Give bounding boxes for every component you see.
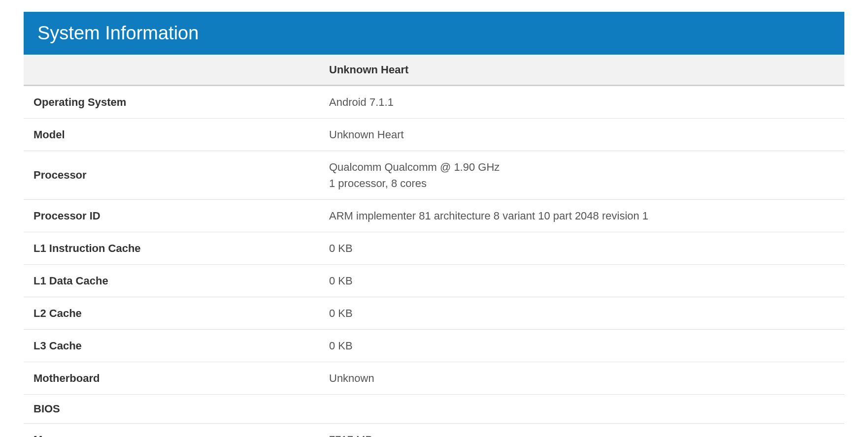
device-name-spacer <box>33 62 329 78</box>
panel-header: System Information <box>24 12 844 55</box>
row-label: L1 Data Cache <box>33 275 329 287</box>
row-value: 7717 MB <box>329 432 372 437</box>
row-value: Android 7.1.1 <box>329 94 394 110</box>
row-value: 0 KB <box>329 338 353 354</box>
table-row: Motherboard Unknown <box>24 362 844 395</box>
table-row: Memory 7717 MB <box>24 424 844 437</box>
row-value: ARM implementer 81 architecture 8 varian… <box>329 208 648 224</box>
device-name-value: Unknown Heart <box>329 62 408 78</box>
table-row: Processor Qualcomm Qualcomm @ 1.90 GHz 1… <box>24 151 844 200</box>
row-value: Unknown Heart <box>329 126 404 143</box>
row-value: 0 KB <box>329 273 353 289</box>
table-row: Processor ID ARM implementer 81 architec… <box>24 200 844 232</box>
row-label: L3 Cache <box>33 340 329 352</box>
row-label: Processor ID <box>33 210 329 222</box>
row-label: Model <box>33 128 329 141</box>
row-value: 0 KB <box>329 305 353 321</box>
row-label: Motherboard <box>33 372 329 385</box>
info-rows: Operating System Android 7.1.1 Model Unk… <box>24 86 844 437</box>
table-row: L1 Data Cache 0 KB <box>24 265 844 297</box>
row-label: BIOS <box>33 403 329 415</box>
row-label: Processor <box>33 169 329 182</box>
row-value: 0 KB <box>329 240 353 256</box>
row-label: L1 Instruction Cache <box>33 242 329 255</box>
table-row: Model Unknown Heart <box>24 119 844 151</box>
row-value: Qualcomm Qualcomm @ 1.90 GHz 1 processor… <box>329 159 500 191</box>
row-label: L2 Cache <box>33 307 329 320</box>
system-info-panel: System Information Unknown Heart Operati… <box>24 12 844 437</box>
table-row: L1 Instruction Cache 0 KB <box>24 232 844 265</box>
table-row: L3 Cache 0 KB <box>24 330 844 362</box>
table-row: Operating System Android 7.1.1 <box>24 86 844 119</box>
panel-title: System Information <box>37 23 199 43</box>
table-row: L2 Cache 0 KB <box>24 297 844 330</box>
row-label: Memory <box>33 434 329 437</box>
row-label: Operating System <box>33 96 329 109</box>
table-row: BIOS <box>24 395 844 424</box>
row-value: Unknown <box>329 370 374 386</box>
device-name-row: Unknown Heart <box>24 55 844 86</box>
